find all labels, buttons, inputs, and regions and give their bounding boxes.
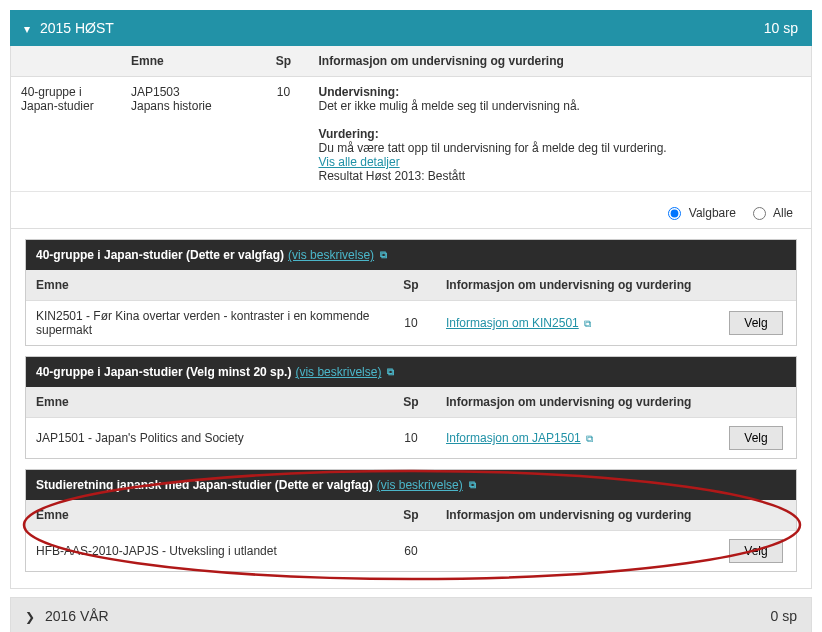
semester-body: Emne Sp Informasjon om undervisning og v… [10,46,812,589]
radio-valgbare[interactable] [668,207,681,220]
semester-sp: 0 sp [771,608,797,624]
info-cell: Informasjon om KIN2501 ⧉ [436,301,716,346]
sp-cell: 60 [386,531,436,572]
sub-header-btn [716,387,796,418]
block-header: 40-gruppe i Japan-studier (Dette er valg… [26,240,796,270]
sub-header-emne: Emne [26,500,386,531]
block-title: 40-gruppe i Japan-studier (Dette er valg… [36,248,284,262]
info-link[interactable]: Informasjon om JAP1501 [446,431,581,445]
header-info: Informasjon om undervisning og vurdering [308,46,811,77]
info-link[interactable]: Informasjon om KIN2501 [446,316,579,330]
block-title: 40-gruppe i Japan-studier (Velg minst 20… [36,365,291,379]
radio-valgbare-label[interactable]: Valgbare [668,206,739,220]
block-table: Emne Sp Informasjon om undervisning og v… [26,500,796,571]
velg-button[interactable]: Velg [729,311,782,335]
info-cell: Informasjon om JAP1501 ⧉ [436,418,716,459]
result-text: Resultat Høst 2013: Bestått [318,169,465,183]
sub-header-btn [716,270,796,301]
sub-header-info: Informasjon om undervisning og vurdering [436,500,716,531]
radio-alle-text: Alle [773,206,793,220]
sp-cell: 10 [258,77,308,192]
sub-header-emne: Emne [26,270,386,301]
course-block-1: 40-gruppe i Japan-studier (Velg minst 20… [25,356,797,459]
info-cell [436,531,716,572]
sub-header-info: Informasjon om undervisning og vurdering [436,270,716,301]
velg-button[interactable]: Velg [729,426,782,450]
filter-radios: Valgbare Alle [11,192,811,229]
table-row: KIN2501 - Før Kina overtar verden - kont… [26,301,796,346]
semester-title: 2015 HØST [40,20,114,36]
sub-header-sp: Sp [386,270,436,301]
external-icon: ⧉ [380,249,387,261]
header-emne: Emne [121,46,258,77]
circle-wrap: Studieretning japansk med Japan-studier … [11,469,811,572]
sub-header-sp: Sp [386,387,436,418]
desc-link[interactable]: (vis beskrivelse) [295,365,381,379]
emne-cell: KIN2501 - Før Kina overtar verden - kont… [26,301,386,346]
emne-cell: HFB-AAS-2010-JAPJS - Utveksling i utland… [26,531,386,572]
table-row: HFB-AAS-2010-JAPJS - Utveksling i utland… [26,531,796,572]
emne-cell: JAP1501 - Japan's Politics and Society [26,418,386,459]
velg-button[interactable]: Velg [729,539,782,563]
semester-header-next[interactable]: ❯ 2016 VÅR 0 sp [10,597,812,632]
semester-sp: 10 sp [764,20,798,36]
details-link[interactable]: Vis alle detaljer [318,155,399,169]
external-icon: ⧉ [387,366,394,378]
radio-alle-label[interactable]: Alle [753,206,793,220]
main-table: Emne Sp Informasjon om undervisning og v… [11,46,811,192]
radio-alle[interactable] [753,207,766,220]
emne-name: Japans historie [131,99,212,113]
semester-title: 2016 VÅR [45,608,109,624]
sp-cell: 10 [386,418,436,459]
info-cell: Undervisning: Det er ikke mulig å melde … [308,77,811,192]
btn-cell: Velg [716,301,796,346]
block-title: Studieretning japansk med Japan-studier … [36,478,373,492]
external-icon: ⧉ [469,479,476,491]
block-table: Emne Sp Informasjon om undervisning og v… [26,270,796,345]
course-block-2: Studieretning japansk med Japan-studier … [25,469,797,572]
radio-valgbare-text: Valgbare [689,206,736,220]
sub-header-emne: Emne [26,387,386,418]
header-sp: Sp [258,46,308,77]
external-icon: ⧉ [584,318,591,329]
header-group [11,46,121,77]
emne-code: JAP1503 [131,85,180,99]
external-icon: ⧉ [586,433,593,444]
emne-cell: JAP1503 Japans historie [121,77,258,192]
sub-header-info: Informasjon om undervisning og vurdering [436,387,716,418]
sp-cell: 10 [386,301,436,346]
block-table: Emne Sp Informasjon om undervisning og v… [26,387,796,458]
btn-cell: Velg [716,418,796,459]
table-row: JAP1501 - Japan's Politics and Society 1… [26,418,796,459]
sub-header-sp: Sp [386,500,436,531]
vurdering-text: Du må være tatt opp til undervisning for… [318,141,666,155]
chevron-down-icon: ▾ [24,22,30,36]
desc-link[interactable]: (vis beskrivelse) [288,248,374,262]
desc-link[interactable]: (vis beskrivelse) [377,478,463,492]
vurdering-label: Vurdering: [318,127,378,141]
block-header: Studieretning japansk med Japan-studier … [26,470,796,500]
semester-header-current[interactable]: ▾ 2015 HØST 10 sp [10,10,812,46]
chevron-right-icon: ❯ [25,610,35,624]
btn-cell: Velg [716,531,796,572]
course-block-0: 40-gruppe i Japan-studier (Dette er valg… [25,239,797,346]
undervisning-label: Undervisning: [318,85,399,99]
group-cell: 40-gruppe i Japan-studier [11,77,121,192]
block-header: 40-gruppe i Japan-studier (Velg minst 20… [26,357,796,387]
sub-header-btn [716,500,796,531]
table-row: 40-gruppe i Japan-studier JAP1503 Japans… [11,77,811,192]
undervisning-text: Det er ikke mulig å melde seg til underv… [318,99,579,113]
